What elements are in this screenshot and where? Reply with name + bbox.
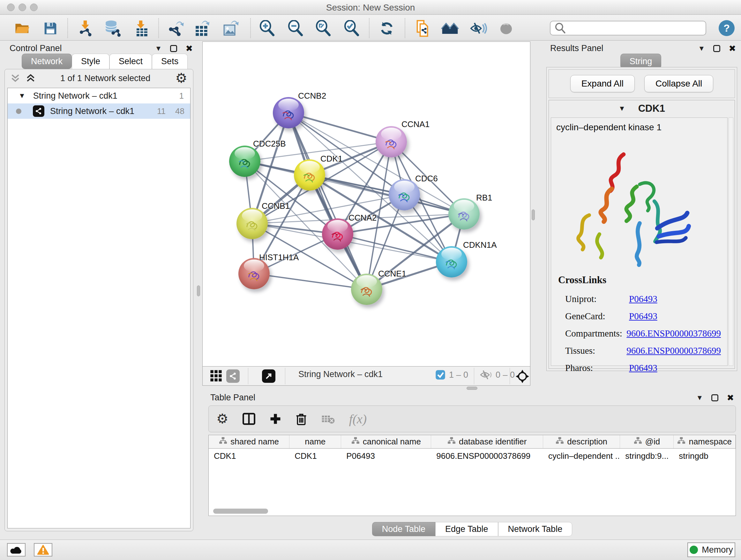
network-node-cdkn1a[interactable]: [436, 246, 467, 277]
cloud-status-button[interactable]: [7, 543, 25, 557]
refresh-view-button[interactable]: [378, 19, 396, 37]
edge-CCNB2-CCNE1[interactable]: [288, 113, 367, 289]
import-table-from-file-button[interactable]: [132, 19, 150, 37]
network-style-button[interactable]: [226, 369, 240, 383]
network-row-selected[interactable]: String Network – cdk1 11 48: [8, 104, 190, 119]
string-network-icon: [33, 105, 44, 117]
network-collection-row[interactable]: ▼ String Network – cdk1 1: [8, 88, 190, 104]
tab-string[interactable]: String: [620, 54, 662, 69]
show-columns-icon[interactable]: [243, 413, 255, 425]
create-column-plus-icon[interactable]: [269, 413, 281, 425]
column-header--id[interactable]: @id: [620, 435, 674, 448]
table-cell[interactable]: P06493: [341, 451, 431, 461]
network-options-gear-icon[interactable]: ⚙: [175, 71, 187, 85]
control-panel-float-icon[interactable]: [170, 45, 177, 52]
column-header-description[interactable]: description: [543, 435, 620, 448]
warnings-button[interactable]: [34, 543, 52, 557]
expand-all-button[interactable]: Expand All: [570, 75, 635, 92]
import-network-from-database-button[interactable]: [104, 19, 121, 37]
results-panel-collapse-icon[interactable]: ▼: [698, 44, 705, 53]
export-table-button[interactable]: [193, 19, 211, 37]
crosshair-icon: [515, 369, 529, 383]
table-panel-float-icon[interactable]: [711, 394, 718, 401]
results-panel-float-icon[interactable]: [713, 45, 720, 52]
fit-selection-button[interactable]: [515, 369, 529, 383]
crosslink-link[interactable]: 9606.ENSP00000378699: [626, 346, 721, 356]
crosslink-link[interactable]: 9606.ENSP00000378699: [626, 328, 721, 339]
network-node-cdk1[interactable]: [294, 159, 325, 191]
results-panel-close-icon[interactable]: ✖: [729, 44, 736, 54]
network-node-ccna2[interactable]: [322, 219, 353, 250]
tab-style[interactable]: Style: [72, 54, 110, 69]
table-panel-collapse-icon[interactable]: ▼: [696, 394, 703, 402]
network-node-ccne1[interactable]: [351, 273, 382, 305]
column-header-database-identifier[interactable]: database identifier: [431, 435, 543, 448]
new-network-from-selection-button[interactable]: [413, 19, 431, 37]
birds-eye-view-button[interactable]: [210, 369, 222, 382]
table-cell[interactable]: CDK1: [289, 451, 341, 461]
protein-collapse-icon[interactable]: ▼: [618, 105, 625, 113]
zoom-in-button[interactable]: [258, 19, 276, 37]
open-in-new-window-button[interactable]: [262, 369, 275, 383]
open-session-button[interactable]: [13, 19, 31, 37]
right-splitter-handle[interactable]: [532, 209, 535, 220]
tab-edge-table[interactable]: Edge Table: [435, 522, 498, 537]
table-options-gear-icon[interactable]: ⚙: [216, 412, 228, 426]
crosslink-link[interactable]: P06493: [629, 311, 657, 321]
table-cell[interactable]: stringdb: [674, 451, 736, 461]
first-neighbors-button[interactable]: [441, 19, 459, 37]
memory-button[interactable]: Memory: [687, 543, 735, 557]
zoom-fit-button[interactable]: [314, 19, 332, 37]
network-node-rb1[interactable]: [448, 198, 480, 230]
column-header-namespace[interactable]: namespace: [674, 435, 736, 448]
table-cell[interactable]: 9606.ENSP00000378699: [431, 451, 543, 461]
network-node-ccna1[interactable]: [376, 126, 407, 158]
network-edges[interactable]: [203, 42, 530, 367]
table-cell[interactable]: cyclin–dependent ...: [543, 451, 620, 461]
bottom-splitter-handle[interactable]: [467, 387, 477, 390]
table-horizontal-scrollbar[interactable]: [213, 509, 268, 514]
network-node-hist1h1a[interactable]: [239, 258, 270, 289]
export-image-button[interactable]: [222, 19, 240, 37]
tree-expand-icon[interactable]: ▼: [18, 91, 25, 100]
show-all-button[interactable]: [497, 19, 515, 37]
left-splitter-handle[interactable]: [197, 286, 200, 296]
zoom-out-button[interactable]: [286, 19, 305, 37]
collapse-all-networks-icon[interactable]: [10, 74, 20, 82]
delete-column-trash-icon[interactable]: [295, 413, 307, 425]
column-header-name[interactable]: name: [289, 435, 341, 448]
export-network-button[interactable]: [167, 19, 185, 37]
import-network-from-file-button[interactable]: [76, 19, 94, 37]
column-header-shared-name[interactable]: shared name: [209, 435, 289, 448]
tab-select[interactable]: Select: [110, 54, 152, 69]
search-input[interactable]: [566, 23, 705, 34]
network-node-ccnb2[interactable]: [273, 97, 304, 128]
control-panel-collapse-icon[interactable]: ▼: [155, 44, 162, 53]
selected-checkbox-icon[interactable]: [435, 369, 446, 380]
tab-node-table[interactable]: Node Table: [372, 522, 435, 537]
zoom-selected-button[interactable]: [343, 19, 360, 37]
network-node-ccnb1[interactable]: [237, 208, 268, 239]
crosslink-link[interactable]: P06493: [629, 294, 657, 304]
table-cell[interactable]: stringdb:9...: [620, 451, 674, 461]
network-node-cdc25b[interactable]: [229, 145, 260, 177]
network-canvas[interactable]: CCNB2 CCNA1 CDC25B CDK1 CDC6 RB1 CCNB1: [202, 42, 530, 367]
crosslink-link[interactable]: P06493: [629, 363, 657, 373]
collapse-all-button[interactable]: Collapse All: [644, 75, 713, 92]
zoom-fit-icon: [315, 20, 332, 37]
edge-HIST1H1A-CCNE1[interactable]: [254, 273, 367, 289]
help-button[interactable]: ?: [719, 20, 735, 36]
expand-all-networks-icon[interactable]: [26, 74, 36, 82]
tab-network-table[interactable]: Network Table: [498, 522, 572, 537]
save-session-button[interactable]: [42, 19, 59, 37]
table-row[interactable]: CDK1CDK1P064939606.ENSP00000378699cyclin…: [209, 449, 736, 463]
table-cell[interactable]: CDK1: [209, 451, 289, 461]
control-panel-close-icon[interactable]: ✖: [185, 44, 193, 54]
column-header-canonical-name[interactable]: canonical name: [341, 435, 431, 448]
table-panel-close-icon[interactable]: ✖: [727, 393, 734, 403]
results-scrollbar[interactable]: [729, 118, 733, 366]
network-node-cdc6[interactable]: [389, 179, 420, 210]
tab-network[interactable]: Network: [22, 54, 72, 69]
tab-sets[interactable]: Sets: [152, 54, 188, 69]
hide-selected-button[interactable]: [469, 19, 487, 37]
